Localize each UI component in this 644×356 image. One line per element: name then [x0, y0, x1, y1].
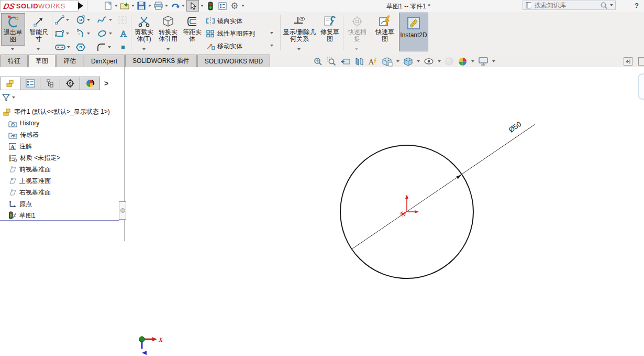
zoom-area-icon[interactable] — [327, 57, 337, 67]
dropdown-arrow-icon[interactable] — [241, 5, 245, 7]
ellipse-tool[interactable] — [96, 27, 112, 40]
tab-featuremanager-tree[interactable] — [0, 77, 20, 90]
dropdown-arrow-icon[interactable] — [109, 33, 112, 35]
convert-entities-button[interactable]: 转换实体引用 — [157, 13, 180, 46]
tab-configuration-manager[interactable] — [40, 77, 60, 90]
options-icon[interactable] — [217, 1, 228, 11]
dropdown-arrow-icon[interactable] — [11, 48, 14, 50]
tab-sketch[interactable]: 草图 — [28, 55, 55, 67]
dropdown-arrow-icon[interactable] — [417, 60, 420, 62]
tab-dimxpert-manager[interactable] — [60, 77, 80, 90]
dropdown-arrow-icon[interactable] — [67, 46, 70, 48]
zoom-fit-icon[interactable] — [313, 57, 323, 67]
line-tool[interactable] — [54, 14, 69, 26]
display-delete-relations-button[interactable]: 显示/删除几何关系 — [282, 13, 317, 46]
dropdown-arrow-icon[interactable] — [270, 32, 273, 34]
print-icon[interactable] — [153, 1, 163, 11]
dropdown-arrow-icon[interactable] — [142, 48, 146, 50]
dropdown-arrow-icon[interactable] — [87, 19, 90, 21]
help-button[interactable]: ? — [635, 2, 639, 9]
dropdown-arrow-icon[interactable] — [610, 4, 613, 6]
search-icon[interactable] — [600, 2, 608, 9]
dropdown-arrow-icon[interactable] — [165, 5, 168, 7]
previous-view-icon[interactable] — [340, 57, 351, 66]
panel-expand-arrow[interactable]: > — [99, 77, 113, 90]
dropdown-arrow-icon[interactable] — [438, 60, 441, 62]
instant2d-button[interactable]: Instant2D — [399, 13, 428, 51]
tree-filter[interactable] — [0, 91, 124, 104]
point-tool[interactable] — [119, 41, 127, 53]
hide-show-items-icon[interactable] — [424, 57, 434, 66]
dropdown-arrow-icon[interactable] — [471, 60, 474, 62]
tab-mbd[interactable]: SOLIDWORKS MBD — [197, 55, 270, 67]
repair-sketch-button[interactable]: 修复草图 — [318, 13, 342, 46]
dropdown-arrow-icon[interactable] — [87, 33, 90, 35]
dropdown-arrow-icon[interactable] — [492, 60, 495, 62]
panel-splitter-handle[interactable] — [119, 201, 126, 220]
trim-entities-button[interactable]: 剪裁实体(T) — [132, 13, 156, 46]
tree-item-annotations[interactable]: A 注解 — [0, 141, 124, 152]
tab-addins[interactable]: SOLIDWORKS 插件 — [125, 55, 197, 67]
open-icon[interactable] — [119, 1, 130, 11]
task-pane-edge[interactable] — [638, 73, 644, 100]
dropdown-arrow-icon[interactable] — [109, 19, 112, 21]
tree-item-sensors[interactable]: 传感器 — [0, 129, 124, 141]
dropdown-arrow-icon[interactable] — [148, 5, 151, 7]
tree-item-front-plane[interactable]: 前视基准面 — [0, 164, 124, 175]
tree-item-top-plane[interactable]: 上视基准面 — [0, 175, 124, 187]
linear-pattern-button[interactable]: 线性草图阵列 — [206, 28, 255, 39]
undo-icon[interactable] — [170, 1, 180, 11]
dropdown-arrow-icon[interactable] — [297, 48, 301, 50]
new-document-icon[interactable] — [103, 1, 113, 11]
section-view-icon[interactable] — [354, 57, 364, 66]
mirror-entities-button[interactable]: 镜向实体 — [206, 16, 242, 26]
dropdown-arrow-icon[interactable] — [201, 5, 204, 7]
circle-tool[interactable] — [75, 14, 90, 26]
dropdown-arrow-icon[interactable] — [66, 33, 69, 35]
offset-entities-button[interactable]: 等距实体 — [181, 13, 204, 46]
text-tool[interactable]: A — [118, 27, 129, 40]
move-entities-button[interactable]: 移动实体 — [206, 41, 242, 51]
view-settings-icon[interactable] — [478, 57, 488, 66]
select-cursor-icon[interactable] — [186, 0, 199, 12]
search-input[interactable] — [534, 1, 598, 9]
tab-evaluate[interactable]: 评估 — [56, 55, 83, 67]
apply-scene-icon[interactable] — [458, 57, 468, 67]
dropdown-arrow-icon[interactable] — [66, 19, 69, 21]
dimension-leader-line[interactable] — [352, 124, 535, 249]
dropdown-arrow-icon[interactable] — [131, 5, 135, 7]
tree-item-material[interactable]: 材质 <未指定> — [0, 152, 124, 164]
menu-flyout-icon[interactable] — [78, 2, 83, 9]
spline-tool[interactable] — [96, 14, 112, 26]
save-icon[interactable] — [136, 1, 147, 11]
dropdown-arrow-icon[interactable] — [37, 48, 40, 50]
tab-display-manager[interactable] — [80, 77, 100, 90]
window-button-partial[interactable] — [638, 57, 644, 66]
polygon-tool[interactable] — [75, 41, 86, 53]
tab-features[interactable]: 特征 — [1, 55, 28, 67]
dropdown-arrow-icon[interactable] — [108, 46, 111, 48]
tree-item-sketch1[interactable]: 草图1 — [0, 210, 124, 221]
sketch-origin[interactable] — [400, 195, 419, 217]
tree-root-part[interactable]: 零件1 (默认<<默认>_显示状态 1>) — [0, 106, 124, 117]
slot-tool[interactable] — [54, 41, 70, 53]
display-style-icon[interactable] — [403, 57, 413, 67]
arc-tool[interactable] — [75, 27, 90, 40]
fillet-tool[interactable] — [96, 41, 111, 53]
dropdown-arrow-icon[interactable] — [182, 5, 185, 7]
collapse-ribbon-button[interactable] — [624, 57, 632, 66]
tab-property-manager[interactable] — [20, 77, 40, 90]
annotation-visibility-icon[interactable]: A — [368, 57, 378, 66]
dropdown-arrow-icon[interactable] — [270, 45, 273, 47]
rapid-sketch-button[interactable]: 快速草图 — [373, 13, 397, 46]
rectangle-tool[interactable] — [54, 27, 69, 40]
settings-gear-icon[interactable] — [229, 1, 240, 11]
dropdown-arrow-icon[interactable] — [166, 48, 170, 50]
tree-item-history[interactable]: History — [0, 117, 124, 129]
view-orientation-icon[interactable] — [382, 57, 393, 67]
rebuild-traffic-light-icon[interactable] — [205, 1, 216, 11]
smart-dimension-button[interactable]: 智能尺寸 — [27, 13, 50, 46]
tree-item-right-plane[interactable]: 右视基准面 — [0, 187, 124, 198]
tab-dimxpert[interactable]: DimXpert — [84, 55, 125, 67]
exit-sketch-button[interactable]: 退出草图 — [1, 13, 25, 46]
